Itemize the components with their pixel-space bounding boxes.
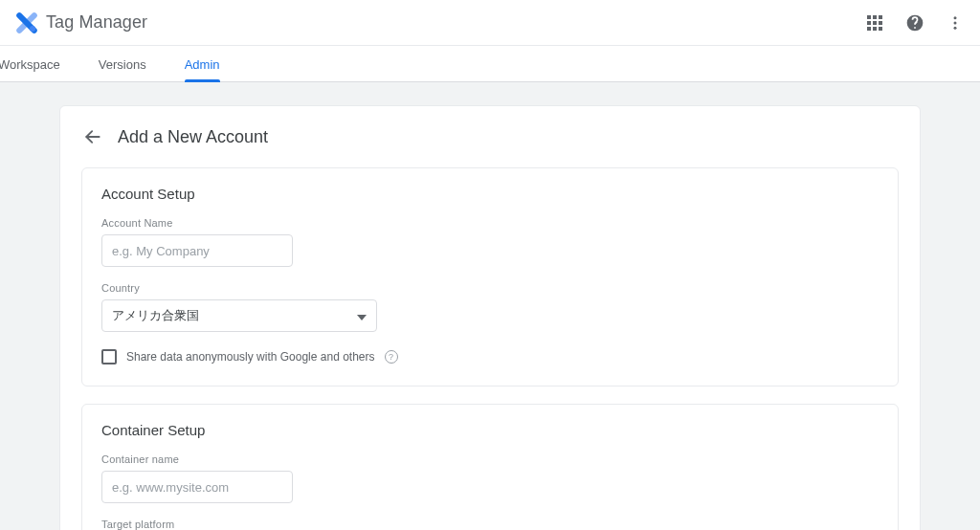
help-icon[interactable]: [903, 11, 926, 34]
svg-rect-8: [879, 21, 882, 25]
country-select[interactable]: アメリカ合衆国: [101, 299, 377, 332]
share-data-row: Share data anonymously with Google and o…: [101, 349, 879, 364]
svg-rect-3: [867, 15, 871, 19]
svg-point-14: [954, 26, 957, 29]
svg-rect-4: [873, 15, 877, 19]
country-label: Country: [101, 282, 879, 294]
tab-admin[interactable]: Admin: [185, 48, 235, 81]
tab-workspace[interactable]: Workspace: [0, 48, 76, 81]
brand: Tag Manager: [15, 11, 147, 34]
svg-point-2: [30, 26, 35, 32]
share-data-checkbox[interactable]: [101, 349, 117, 364]
primary-tabs: Workspace Versions Admin: [0, 46, 980, 82]
container-setup-title: Container Setup: [101, 422, 879, 438]
app-header: Tag Manager: [0, 0, 980, 46]
account-setup-card: Account Setup Account Name Country アメリカ合…: [81, 167, 899, 386]
chevron-down-icon: [357, 309, 367, 323]
svg-rect-7: [873, 21, 877, 25]
apps-icon[interactable]: [863, 11, 886, 34]
container-setup-card: Container Setup Container name Target pl…: [81, 404, 899, 530]
svg-point-12: [954, 16, 957, 19]
svg-rect-5: [879, 15, 882, 19]
back-arrow-icon[interactable]: [81, 125, 104, 148]
share-data-help-icon[interactable]: ?: [385, 350, 398, 364]
svg-rect-6: [867, 21, 871, 25]
account-name-input[interactable]: [101, 234, 293, 267]
tab-versions[interactable]: Versions: [99, 48, 162, 81]
country-select-value: アメリカ合衆国: [112, 307, 199, 324]
account-setup-title: Account Setup: [101, 186, 879, 202]
account-name-label: Account Name: [101, 217, 879, 229]
share-data-label: Share data anonymously with Google and o…: [126, 350, 375, 364]
workspace-body: Add a New Account Account Setup Account …: [0, 82, 980, 530]
container-name-label: Container name: [101, 453, 879, 465]
header-actions: [863, 11, 967, 34]
page-title: Add a New Account: [118, 127, 268, 147]
container-name-input[interactable]: [101, 471, 293, 503]
product-name: Tag Manager: [46, 12, 147, 33]
svg-point-13: [954, 21, 957, 24]
svg-rect-9: [867, 27, 871, 31]
tag-manager-logo-icon: [15, 11, 38, 34]
target-platform-label: Target platform: [101, 519, 879, 530]
more-vert-icon[interactable]: [944, 11, 967, 34]
svg-rect-11: [879, 27, 882, 31]
svg-rect-10: [873, 27, 877, 31]
panel-header: Add a New Account: [81, 125, 899, 148]
new-account-panel: Add a New Account Account Setup Account …: [59, 105, 921, 530]
